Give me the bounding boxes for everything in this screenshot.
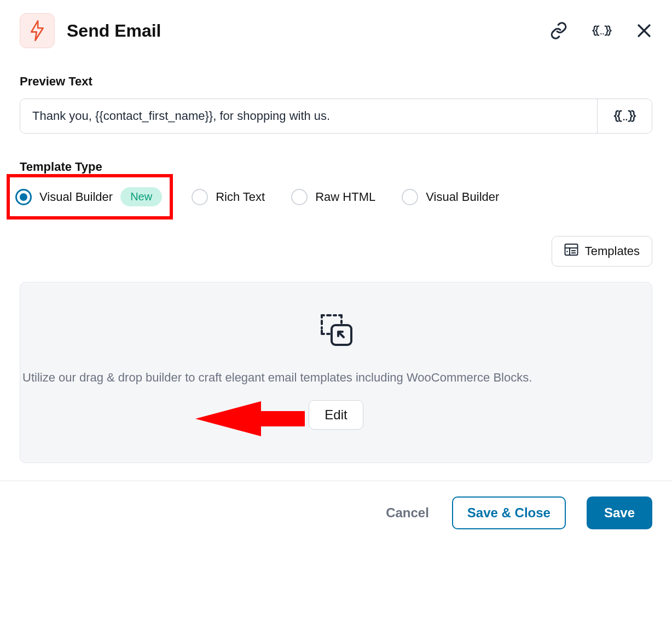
save-button[interactable]: Save (587, 496, 652, 529)
svg-marker-0 (31, 21, 43, 41)
builder-panel: Utilize our drag & drop builder to craft… (20, 282, 652, 463)
svg-point-2 (603, 33, 604, 34)
radio-label: Visual Builder (426, 190, 499, 204)
bolt-icon (20, 13, 55, 48)
drag-drop-icon (314, 307, 358, 353)
cancel-button[interactable]: Cancel (384, 498, 431, 528)
link-icon[interactable] (549, 21, 568, 40)
radio-raw-html[interactable]: Raw HTML (291, 189, 375, 205)
radio-icon (291, 189, 308, 205)
templates-icon (564, 243, 578, 259)
templates-button[interactable]: Templates (552, 236, 652, 267)
template-type-row: Visual Builder New Rich Text Raw HTML Vi… (20, 184, 652, 210)
radio-rich-text[interactable]: Rich Text (192, 189, 265, 205)
close-icon[interactable] (636, 22, 652, 39)
radio-icon (192, 189, 208, 205)
braces-icon[interactable] (591, 22, 613, 39)
radio-visual-builder[interactable]: Visual Builder (402, 189, 499, 205)
dialog-header: Send Email (20, 13, 652, 48)
preview-text-label: Preview Text (20, 74, 652, 89)
edit-button[interactable]: Edit (309, 400, 363, 430)
radio-label: Raw HTML (315, 190, 375, 204)
arrow-annotation-icon (195, 397, 305, 441)
svg-point-1 (600, 33, 601, 34)
edit-button-label: Edit (325, 407, 347, 422)
new-badge: New (120, 187, 162, 206)
save-close-button[interactable]: Save & Close (452, 496, 566, 529)
dialog-title: Send Email (67, 21, 161, 41)
radio-icon (402, 189, 418, 205)
dialog-footer: Cancel Save & Close Save (0, 481, 672, 549)
builder-description: Utilize our drag & drop builder to craft… (20, 368, 652, 387)
template-type-label: Template Type (20, 160, 652, 174)
preview-text-input[interactable] (20, 99, 597, 133)
radio-label: Rich Text (216, 190, 265, 204)
radio-label: Visual Builder (39, 190, 113, 204)
svg-point-6 (625, 119, 627, 120)
radio-icon (15, 189, 32, 205)
radio-visual-builder-new[interactable]: Visual Builder New (7, 174, 173, 220)
svg-point-10 (566, 251, 568, 252)
insert-smartcode-button[interactable] (597, 99, 652, 133)
preview-text-row (20, 99, 652, 134)
svg-marker-18 (195, 401, 305, 436)
templates-button-label: Templates (585, 244, 640, 258)
svg-point-5 (623, 119, 624, 120)
